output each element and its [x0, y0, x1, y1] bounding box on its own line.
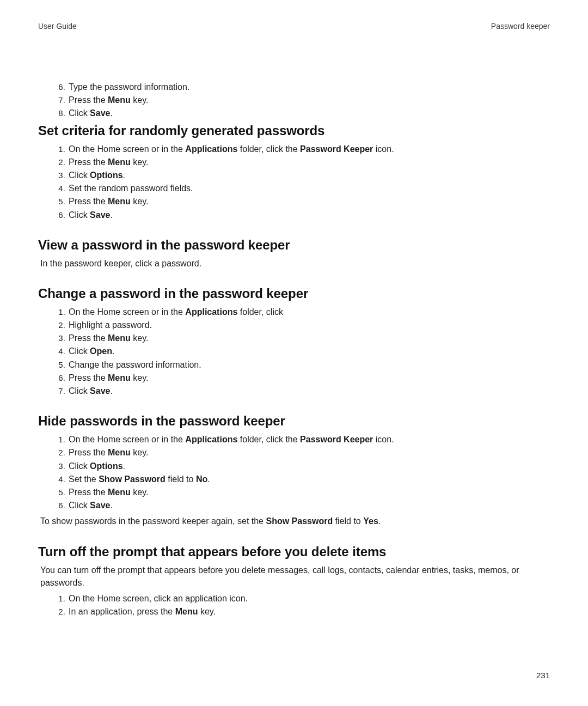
step-item: Press the Menu key.: [68, 486, 550, 498]
steps-list: On the Home screen, click an application…: [38, 592, 550, 618]
section-heading: Turn off the prompt that appears before …: [38, 544, 550, 559]
section-heading: Hide passwords in the password keeper: [38, 413, 550, 429]
header-left: User Guide: [38, 22, 77, 31]
step-item: Press the Menu key.: [68, 446, 550, 459]
bold-text: Password Keeper: [300, 144, 373, 154]
bold-text: No: [196, 474, 207, 484]
bold-text: Password Keeper: [300, 435, 373, 444]
body-paragraph: In the password keeper, click a password…: [40, 257, 550, 270]
step-item: Set the random password fields.: [68, 182, 550, 194]
page-number: 231: [536, 671, 550, 680]
bold-text: Menu: [108, 488, 131, 497]
step-item: On the Home screen or in the Application…: [68, 433, 550, 446]
bold-text: Options: [90, 461, 122, 471]
bold-text: Menu: [108, 157, 131, 167]
document-page: User Guide Password keeper Type the pass…: [0, 0, 588, 706]
section-heading: Change a password in the password keeper: [38, 286, 550, 301]
bold-text: Open: [90, 346, 112, 356]
step-item: Click Open.: [68, 345, 550, 357]
bold-text: Applications: [185, 435, 237, 444]
step-item: Click Save.: [68, 385, 550, 397]
step-item: On the Home screen or in the Application…: [68, 143, 550, 155]
step-item: On the Home screen or in the Application…: [68, 306, 550, 318]
bold-text: Yes: [363, 516, 378, 526]
step-item: Press the Menu key.: [68, 156, 550, 168]
bold-text: Save: [90, 210, 110, 220]
bold-text: Applications: [185, 144, 237, 154]
step-item: Click Save.: [68, 499, 550, 512]
body-paragraph: To show passwords in the password keeper…: [40, 515, 550, 527]
steps-list: On the Home screen or in the Application…: [38, 143, 550, 221]
step-item: On the Home screen, click an application…: [68, 592, 550, 605]
step-item: Press the Menu key.: [68, 195, 550, 208]
bold-text: Save: [90, 386, 110, 395]
step-item: Press the Menu key.: [68, 94, 550, 106]
step-item: Change the password information.: [68, 358, 550, 371]
intro-steps-list: Type the password information.Press the …: [38, 81, 550, 120]
bold-text: Options: [90, 171, 122, 180]
steps-list: On the Home screen or in the Application…: [38, 433, 550, 512]
bold-text: Menu: [108, 333, 131, 343]
bold-text: Menu: [108, 95, 131, 105]
step-item: Type the password information.: [68, 81, 550, 93]
bold-text: Menu: [108, 373, 131, 382]
bold-text: Save: [90, 108, 110, 118]
bold-text: Applications: [185, 307, 237, 317]
bold-text: Show Password: [99, 474, 166, 484]
steps-list: On the Home screen or in the Application…: [38, 306, 550, 397]
step-item: Highlight a password.: [68, 319, 550, 331]
bold-text: Menu: [108, 197, 131, 206]
bold-text: Show Password: [266, 516, 333, 526]
page-header: User Guide Password keeper: [38, 22, 550, 31]
step-item: Set the Show Password field to No.: [68, 473, 550, 485]
bold-text: Save: [90, 501, 110, 510]
section-heading: Set criteria for randomly generated pass…: [38, 123, 550, 138]
section-heading: View a password in the password keeper: [38, 238, 550, 253]
header-right: Password keeper: [491, 22, 550, 31]
step-item: Click Save.: [68, 209, 550, 221]
sections-container: Set criteria for randomly generated pass…: [38, 123, 550, 618]
step-item: Press the Menu key.: [68, 372, 550, 384]
step-item: Click Options.: [68, 460, 550, 472]
step-item: Press the Menu key.: [68, 332, 550, 344]
body-paragraph: You can turn off the prompt that appears…: [40, 564, 550, 589]
step-item: In an application, press the Menu key.: [68, 605, 550, 618]
bold-text: Menu: [108, 448, 131, 457]
bold-text: Menu: [175, 607, 198, 616]
step-item: Click Save.: [68, 107, 550, 119]
step-item: Click Options.: [68, 169, 550, 181]
